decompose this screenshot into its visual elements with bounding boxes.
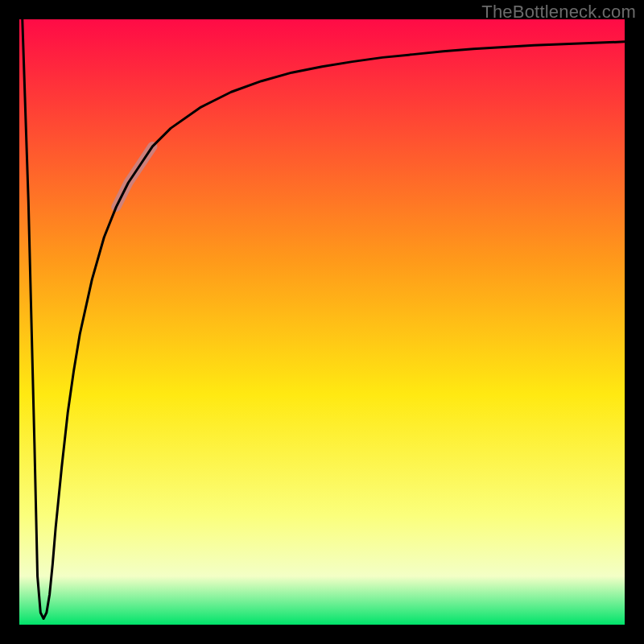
watermark-text: TheBottleneck.com: [481, 2, 636, 23]
chart-container: TheBottleneck.com: [0, 0, 644, 644]
plot-background: [19, 19, 625, 625]
bottleneck-chart: [0, 0, 644, 644]
